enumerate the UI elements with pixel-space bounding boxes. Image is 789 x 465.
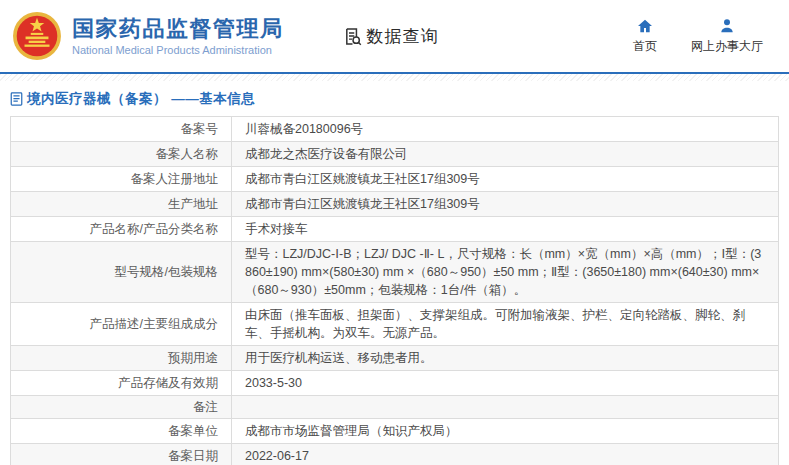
row-label: 生产地址 (11, 192, 232, 217)
person-icon (719, 18, 735, 34)
row-label: 产品描述/主要组成成分 (11, 303, 232, 346)
record-info-table: 备案号川蓉械备20180096号备案人名称成都龙之杰医疗设备有限公司备案人注册地… (10, 116, 779, 465)
table-row: 生产地址成都市青白江区姚渡镇龙王社区17组309号 (11, 192, 779, 217)
header-right-nav: 首页 网上办事大厅 (633, 18, 763, 55)
table-row: 产品存储及有效期2033-5-30 (11, 371, 779, 396)
national-emblem-logo (12, 11, 62, 61)
nav-data-query-label: 数据查询 (367, 25, 439, 48)
info-table-body: 备案号川蓉械备20180096号备案人名称成都龙之杰医疗设备有限公司备案人注册地… (11, 117, 779, 465)
document-search-icon (342, 26, 363, 47)
page-title: 境内医疗器械（备案） ——基本信息 (27, 90, 255, 108)
home-icon (637, 18, 653, 34)
table-row: 产品名称/产品分类名称手术对接车 (11, 217, 779, 242)
row-value: 成都市市场监督管理局（知识产权局） (232, 419, 779, 444)
row-label: 备案号 (11, 117, 232, 142)
row-value: 手术对接车 (232, 217, 779, 242)
row-value: 型号：LZJ/DJC-Ⅰ-B；LZJ/ DJC -Ⅱ- L，尺寸规格：长（mm）… (232, 242, 779, 303)
row-label: 备案日期 (11, 444, 232, 465)
table-row: 备注 (11, 396, 779, 419)
row-label: 备案人名称 (11, 142, 232, 167)
row-value: 2033-5-30 (232, 371, 779, 396)
row-value: 2022-06-17 (232, 444, 779, 465)
table-row: 备案单位成都市市场监督管理局（知识产权局） (11, 419, 779, 444)
org-name-cn: 国家药品监督管理局 (72, 16, 284, 42)
table-row: 型号规格/包装规格型号：LZJ/DJC-Ⅰ-B；LZJ/ DJC -Ⅱ- L，尺… (11, 242, 779, 303)
table-row: 备案日期2022-06-17 (11, 444, 779, 465)
nav-online-hall-label: 网上办事大厅 (691, 38, 763, 55)
table-row: 备案人注册地址成都市青白江区姚渡镇龙王社区17组309号 (11, 167, 779, 192)
row-value: 成都龙之杰医疗设备有限公司 (232, 142, 779, 167)
nav-home-label: 首页 (633, 38, 657, 55)
row-value: 用于医疗机构运送、移动患者用。 (232, 346, 779, 371)
breadcrumb: 境内医疗器械（备案） ——基本信息 (10, 90, 789, 108)
row-value: 川蓉械备20180096号 (232, 117, 779, 142)
nav-data-query[interactable]: 数据查询 (342, 25, 439, 48)
org-title-block: 国家药品监督管理局 National Medical Products Admi… (72, 16, 284, 56)
row-label: 型号规格/包装规格 (11, 242, 232, 303)
header-hatch-band (0, 74, 789, 81)
row-value: 由床面（推车面板、担架面）、支撑架组成。可附加输液架、护栏、定向轮踏板、脚轮、刹… (232, 303, 779, 346)
row-value (232, 396, 779, 419)
row-value: 成都市青白江区姚渡镇龙王社区17组309号 (232, 192, 779, 217)
table-row: 产品描述/主要组成成分由床面（推车面板、担架面）、支撑架组成。可附加输液架、护栏… (11, 303, 779, 346)
row-label: 备案单位 (11, 419, 232, 444)
table-row: 备案人名称成都龙之杰医疗设备有限公司 (11, 142, 779, 167)
row-label: 产品名称/产品分类名称 (11, 217, 232, 242)
page-icon (10, 92, 23, 106)
row-label: 预期用途 (11, 346, 232, 371)
row-label: 备案人注册地址 (11, 167, 232, 192)
nav-online-hall[interactable]: 网上办事大厅 (691, 18, 763, 55)
header: 国家药品监督管理局 National Medical Products Admi… (0, 0, 789, 72)
row-value: 成都市青白江区姚渡镇龙王社区17组309号 (232, 167, 779, 192)
nav-home[interactable]: 首页 (633, 18, 657, 55)
table-row: 预期用途用于医疗机构运送、移动患者用。 (11, 346, 779, 371)
org-name-en: National Medical Products Administration (72, 44, 284, 56)
row-label: 产品存储及有效期 (11, 371, 232, 396)
table-row: 备案号川蓉械备20180096号 (11, 117, 779, 142)
row-label: 备注 (11, 396, 232, 419)
